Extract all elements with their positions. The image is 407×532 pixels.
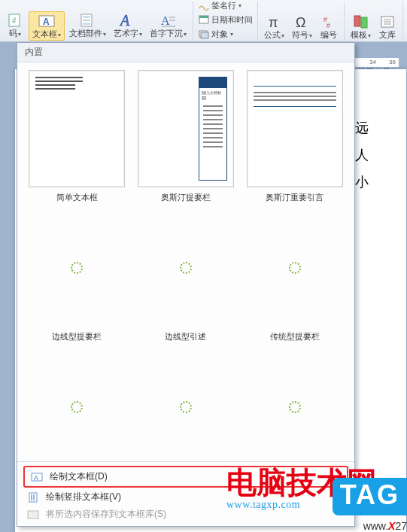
tile-simple-textbox[interactable]: 简单文本框 — [26, 70, 128, 203]
datetime-label: 日期和时间 — [211, 14, 253, 26]
textbox-dropdown: 内置 简单文本框 [键入文档标题] 奥斯汀提要栏 奥斯汀重要引言 边线型提要栏 … — [17, 42, 355, 527]
wordart-button[interactable]: A 艺术字▾ — [111, 11, 145, 41]
tile-label: 边线型提要栏 — [52, 331, 102, 342]
dropcap-icon: A — [159, 12, 178, 29]
formula-button[interactable]: π公式▾ — [261, 13, 287, 41]
signature-icon — [198, 0, 210, 11]
svg-text:A: A — [34, 474, 38, 482]
symbol-button[interactable]: Ω符号▾ — [289, 13, 315, 41]
formula-icon: π — [266, 14, 284, 30]
loading-spinner-icon — [71, 262, 83, 274]
svg-rect-29 — [29, 493, 37, 502]
dropcap-label: 首字下沉 — [150, 29, 183, 38]
library-icon — [378, 14, 396, 30]
draw-vertical-label: 绘制竖排文本框(V) — [46, 491, 121, 503]
loading-spinner-icon — [71, 401, 83, 413]
wordart-label: 艺术字 — [114, 29, 138, 38]
svg-text:A: A — [119, 12, 130, 29]
docparts-button[interactable]: 文档部件▾ — [66, 11, 109, 41]
docparts-icon — [79, 12, 97, 29]
svg-rect-5 — [83, 16, 90, 18]
textbox-button[interactable]: A 文本框▾ — [29, 11, 65, 41]
textbox-label: 文本框 — [32, 29, 57, 38]
svg-text:π: π — [269, 15, 278, 29]
x27-num: 27 — [395, 520, 407, 532]
textbox-icon: A — [38, 13, 56, 29]
loading-spinner-icon — [289, 262, 301, 274]
x27-watermark: www.X27 — [363, 520, 407, 532]
ruler-tick: 36 — [389, 59, 396, 65]
svg-text:#: # — [12, 17, 17, 25]
library-label: 文库 — [379, 30, 396, 39]
code-label: 码 — [9, 29, 17, 38]
dropdown-header: 内置 — [17, 43, 354, 62]
tile-traditional-sidebar[interactable]: 传统型提要栏 — [244, 209, 345, 342]
svg-rect-21 — [354, 16, 360, 26]
template-icon — [352, 14, 370, 30]
svg-rect-14 — [199, 16, 208, 18]
ruler-tick: 34 — [369, 59, 376, 65]
dropdown-body[interactable]: 简单文本框 [键入文档标题] 奥斯汀提要栏 奥斯汀重要引言 边线型提要栏 边线型… — [17, 62, 354, 461]
svg-rect-22 — [361, 17, 367, 28]
tile-austin-quote[interactable]: 奥斯汀重要引言 — [244, 70, 345, 203]
tile-tile-sidebar[interactable]: 瓷砖型提要栏 — [135, 348, 237, 461]
signature-label: 签名行 — [211, 0, 236, 11]
docparts-label: 文档部件 — [69, 29, 102, 38]
datetime-button[interactable]: 日期和时间 — [196, 13, 254, 26]
object-icon — [198, 28, 210, 40]
tile-traditional-quote[interactable]: 传统型引述 — [26, 348, 128, 461]
page-number-icon: # — [6, 12, 24, 29]
tile-tile-quote[interactable]: 瓷砖型引述 — [244, 348, 345, 461]
loading-spinner-icon — [289, 401, 301, 413]
tile-border-sidebar[interactable]: 边线型提要栏 — [26, 209, 128, 342]
datetime-icon — [198, 14, 210, 26]
tile-label: 边线型引述 — [165, 331, 206, 342]
loading-spinner-icon — [180, 262, 192, 274]
tile-label: 简单文本框 — [56, 192, 98, 203]
dropcap-button[interactable]: A 首字下沉▾ — [147, 11, 190, 41]
svg-rect-6 — [83, 20, 90, 21]
svg-text:A: A — [161, 14, 170, 27]
tag-badge: TAG — [333, 478, 407, 515]
object-button[interactable]: 对象▾ — [196, 27, 254, 41]
wordart-icon: A — [119, 12, 137, 29]
save-gallery-label: 将所选内容保存到文本框库(S) — [46, 508, 166, 521]
formula-label: 公式 — [264, 30, 281, 39]
library-button[interactable]: 文库 — [375, 13, 399, 41]
symbol-icon: Ω — [293, 14, 311, 30]
number-label: 编号 — [320, 30, 337, 39]
tile-label: 奥斯汀提要栏 — [161, 192, 211, 203]
ribbon: # 码▾ A 文本框▾ 文档部件▾ A 艺术字▾ A 首字下沉▾ 签名行▾ — [0, 0, 407, 42]
svg-rect-32 — [28, 511, 38, 518]
svg-rect-16 — [201, 32, 208, 38]
svg-text:Ω: Ω — [296, 15, 305, 29]
loading-spinner-icon — [180, 401, 192, 413]
template-label: 模板 — [351, 30, 367, 39]
tile-austin-sidebar[interactable]: [键入文档标题] 奥斯汀提要栏 — [135, 70, 237, 203]
tile-label: 传统型提要栏 — [270, 331, 320, 342]
save-gallery-icon — [26, 509, 40, 520]
number-button[interactable]: ##编号 — [317, 13, 341, 41]
number-icon: ## — [320, 14, 338, 30]
draw-textbox-label: 绘制文本框(D) — [50, 470, 108, 483]
object-label: 对象 — [211, 29, 228, 40]
signature-button[interactable]: 签名行▾ — [196, 0, 254, 12]
svg-rect-7 — [83, 23, 90, 25]
page-number-button[interactable]: # 码▾ — [3, 11, 27, 41]
x27-prefix: www. — [363, 520, 388, 532]
vertical-textbox-icon — [26, 492, 40, 503]
draw-textbox-icon: A — [30, 472, 44, 482]
svg-text:A: A — [43, 17, 50, 27]
sidebar-title: [键入文档标题] — [199, 88, 226, 102]
tile-border-quote[interactable]: 边线型引述 — [135, 209, 237, 342]
tile-label: 奥斯汀重要引言 — [266, 192, 323, 203]
svg-text:#: # — [327, 22, 330, 29]
symbol-label: 符号 — [292, 30, 308, 39]
template-button[interactable]: 模板▾ — [348, 13, 374, 41]
